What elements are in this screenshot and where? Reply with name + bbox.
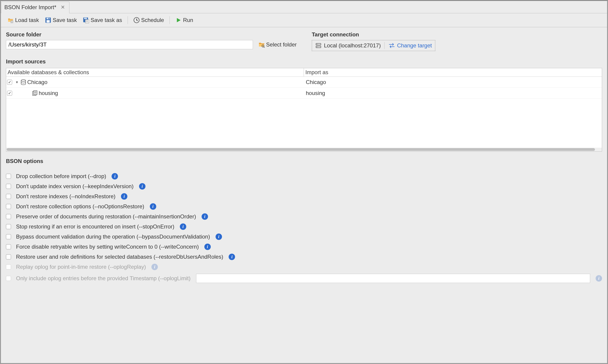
info-icon[interactable]: i [112,173,118,180]
row-checkbox[interactable] [7,91,12,96]
grid-header-available[interactable]: Available databases & collections [6,68,304,77]
option-oplog-limit: Only include oplog entries before the pr… [6,275,191,282]
option-label: Drop collection before import (--drop) [16,173,106,180]
floppy-document-icon [83,17,89,23]
folder-open-icon [7,17,14,23]
option-label: Don't update index version (--keepIndexV… [16,183,134,190]
floppy-icon [45,17,51,23]
info-icon[interactable]: i [202,213,208,220]
save-task-as-label: Save task as [91,17,122,23]
option-label: Don't restore indexes (--noIndexRestore) [16,193,115,200]
option-label: Only include oplog entries before the pr… [16,275,191,282]
folder-search-icon [258,41,265,48]
option-stop-on-error[interactable]: Stop restoring if an error is encountere… [6,223,174,230]
option-bypass-validation[interactable]: Bypass document validation during the op… [6,234,210,240]
row-name: Chicago [27,79,47,85]
option-checkbox[interactable] [6,254,11,259]
tab-bson-import[interactable]: BSON Folder Import* ✕ [1,2,69,13]
option-label: Don't restore collection options (--noOp… [16,203,144,210]
option-restore-users-roles[interactable]: Restore user and role definitions for se… [6,254,223,260]
run-label: Run [183,17,193,23]
option-checkbox[interactable] [6,174,11,179]
option-keep-index-version[interactable]: Don't update index version (--keepIndexV… [6,183,134,190]
svg-rect-11 [316,46,321,48]
options-panel: Drop collection before import (--drop) i… [6,173,602,290]
option-checkbox[interactable] [6,244,11,249]
chevron-down-icon[interactable]: ▼ [15,80,19,84]
option-write-concern[interactable]: Force disable retryable writes by settin… [6,244,199,250]
option-oplog-replay: Replay oplog for point-in-time restore (… [6,264,146,270]
option-checkbox[interactable] [6,224,11,229]
svg-point-12 [317,44,317,44]
toolbar-separator [128,16,128,24]
table-row[interactable]: housing housing [6,88,602,99]
option-checkbox[interactable] [6,194,11,199]
info-icon[interactable]: i [139,183,146,190]
source-folder-label: Source folder [6,31,298,38]
server-icon [315,42,322,49]
target-connection-box: Local (localhost:27017) Change target [312,40,435,51]
close-icon[interactable]: ✕ [60,5,65,10]
bson-options-label: BSON options [6,158,602,164]
source-folder-input[interactable] [6,40,253,49]
option-checkbox[interactable] [6,214,11,219]
option-checkbox[interactable] [6,184,11,189]
option-drop[interactable]: Drop collection before import (--drop) [6,173,106,180]
select-folder-label: Select folder [266,41,297,48]
option-checkbox[interactable] [6,204,11,209]
load-task-button[interactable]: Load task [5,16,41,24]
row-import-as[interactable]: housing [304,90,602,96]
svg-rect-6 [84,18,87,19]
table-row[interactable]: ▼ Chicago Chicago [6,77,602,88]
tab-title: BSON Folder Import* [4,4,56,11]
horizontal-scrollbar[interactable] [6,148,602,151]
save-task-button[interactable]: Save task [43,16,79,24]
svg-rect-3 [46,20,50,23]
info-icon[interactable]: i [151,264,158,270]
import-sources-grid: Available databases & collections Import… [6,68,602,152]
option-no-index-restore[interactable]: Don't restore indexes (--noIndexRestore) [6,193,115,200]
import-sources-label: Import sources [6,58,602,65]
change-target-button[interactable]: Change target [388,42,432,49]
svg-rect-10 [316,43,321,45]
schedule-button[interactable]: Schedule [132,16,166,24]
swap-icon [388,43,395,48]
info-icon[interactable]: i [150,203,156,210]
svg-rect-2 [46,18,50,19]
info-icon[interactable]: i [180,223,186,230]
info-icon[interactable]: i [229,254,235,260]
svg-rect-4 [48,18,49,19]
row-checkbox[interactable] [7,80,12,85]
option-checkbox[interactable] [6,234,11,239]
option-label: Restore user and role definitions for se… [16,254,223,260]
toolbar-separator [170,16,170,24]
target-connection-label: Target connection [312,31,602,38]
info-icon[interactable]: i [216,234,222,240]
database-icon [20,79,26,85]
svg-point-14 [21,79,26,81]
select-folder-button[interactable]: Select folder [257,40,298,49]
save-task-as-button[interactable]: Save task as [81,16,124,24]
grid-body: ▼ Chicago Chicago [6,77,602,148]
option-no-options-restore[interactable]: Don't restore collection options (--noOp… [6,203,144,210]
target-separator [384,42,385,49]
play-icon [175,17,182,23]
target-connection-name: Local (localhost:27017) [324,42,381,49]
toolbar: Load task Save task Save task as Schedul… [1,13,607,27]
option-checkbox [6,264,11,270]
option-checkbox [6,276,11,281]
info-icon[interactable]: i [596,275,602,282]
option-label: Stop restoring if an error is encountere… [16,223,174,230]
change-target-label: Change target [397,42,432,49]
option-maintain-insertion-order[interactable]: Preserve order of documents during resto… [6,213,196,220]
save-task-label: Save task [53,17,77,23]
info-icon[interactable]: i [204,244,211,250]
run-button[interactable]: Run [174,16,195,24]
load-task-label: Load task [15,17,39,23]
option-label: Bypass document validation during the op… [16,234,210,240]
row-name: housing [39,90,58,96]
info-icon[interactable]: i [121,193,127,200]
option-label: Force disable retryable writes by settin… [16,244,199,250]
row-import-as[interactable]: Chicago [304,79,602,85]
grid-header-import-as[interactable]: Import as [304,68,602,77]
